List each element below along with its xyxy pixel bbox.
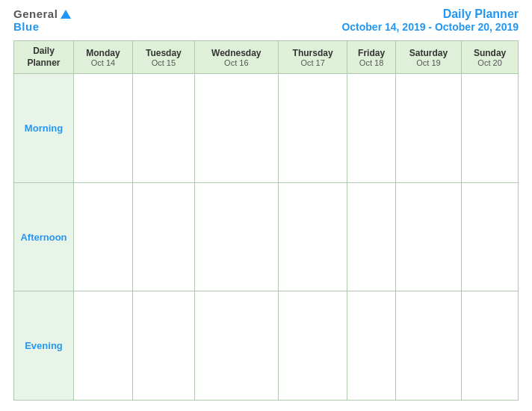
header: General Blue Daily Planner October 14, 2…: [13, 7, 519, 33]
evening-sunday-cell[interactable]: [462, 291, 519, 401]
evening-friday-cell[interactable]: [347, 291, 395, 401]
tuesday-date: Oct 15: [134, 58, 193, 67]
afternoon-row: Afternoon: [14, 182, 519, 291]
svg-marker-0: [61, 10, 71, 19]
saturday-date: Oct 19: [398, 58, 460, 67]
morning-row: Morning: [14, 74, 519, 183]
monday-date: Oct 14: [75, 58, 131, 67]
planner-table: DailyPlanner Monday Oct 14 Tuesday Oct 1…: [13, 40, 519, 401]
evening-thursday-cell[interactable]: [278, 291, 347, 401]
afternoon-saturday-cell[interactable]: [395, 182, 461, 291]
afternoon-tuesday-cell[interactable]: [132, 182, 194, 291]
evening-row: Evening: [14, 291, 519, 401]
morning-label: Morning: [14, 74, 74, 183]
morning-tuesday-cell[interactable]: [132, 74, 194, 183]
sunday-date: Oct 20: [463, 58, 516, 67]
evening-monday-cell[interactable]: [74, 291, 133, 401]
afternoon-thursday-cell[interactable]: [278, 182, 347, 291]
wednesday-date: Oct 16: [197, 58, 276, 67]
morning-monday-cell[interactable]: [74, 74, 133, 183]
header-row: DailyPlanner Monday Oct 14 Tuesday Oct 1…: [14, 41, 519, 74]
morning-saturday-cell[interactable]: [395, 74, 461, 183]
afternoon-monday-cell[interactable]: [74, 182, 133, 291]
col-header-thursday: Thursday Oct 17: [278, 41, 347, 74]
thursday-name: Thursday: [280, 48, 346, 58]
evening-label: Evening: [14, 291, 74, 401]
afternoon-sunday-cell[interactable]: [462, 182, 519, 291]
afternoon-friday-cell[interactable]: [347, 182, 395, 291]
col-header-monday: Monday Oct 14: [74, 41, 133, 74]
col-header-friday: Friday Oct 18: [347, 41, 395, 74]
logo-general-text: General: [13, 7, 58, 20]
col-header-label: DailyPlanner: [14, 41, 74, 74]
wednesday-name: Wednesday: [197, 48, 276, 58]
main-title: Daily Planner: [341, 7, 519, 21]
saturday-name: Saturday: [398, 48, 460, 58]
evening-wednesday-cell[interactable]: [194, 291, 278, 401]
logo-triangle-icon: [59, 8, 72, 20]
date-range: October 14, 2019 - October 20, 2019: [341, 21, 519, 33]
friday-date: Oct 18: [349, 58, 393, 67]
title-block: Daily Planner October 14, 2019 - October…: [341, 7, 519, 33]
monday-name: Monday: [75, 48, 131, 58]
morning-friday-cell[interactable]: [347, 74, 395, 183]
sunday-name: Sunday: [463, 48, 516, 58]
morning-wednesday-cell[interactable]: [194, 74, 278, 183]
evening-tuesday-cell[interactable]: [132, 291, 194, 401]
col-header-wednesday: Wednesday Oct 16: [194, 41, 278, 74]
thursday-date: Oct 17: [280, 58, 346, 67]
morning-sunday-cell[interactable]: [462, 74, 519, 183]
afternoon-label: Afternoon: [14, 182, 74, 291]
col-header-sunday: Sunday Oct 20: [462, 41, 519, 74]
friday-name: Friday: [349, 48, 393, 58]
logo-blue-text: Blue: [13, 20, 40, 33]
morning-thursday-cell[interactable]: [278, 74, 347, 183]
evening-saturday-cell[interactable]: [395, 291, 461, 401]
afternoon-wednesday-cell[interactable]: [194, 182, 278, 291]
logo: General Blue: [13, 7, 72, 33]
tuesday-name: Tuesday: [134, 48, 193, 58]
col-header-tuesday: Tuesday Oct 15: [132, 41, 194, 74]
col-header-saturday: Saturday Oct 19: [395, 41, 461, 74]
